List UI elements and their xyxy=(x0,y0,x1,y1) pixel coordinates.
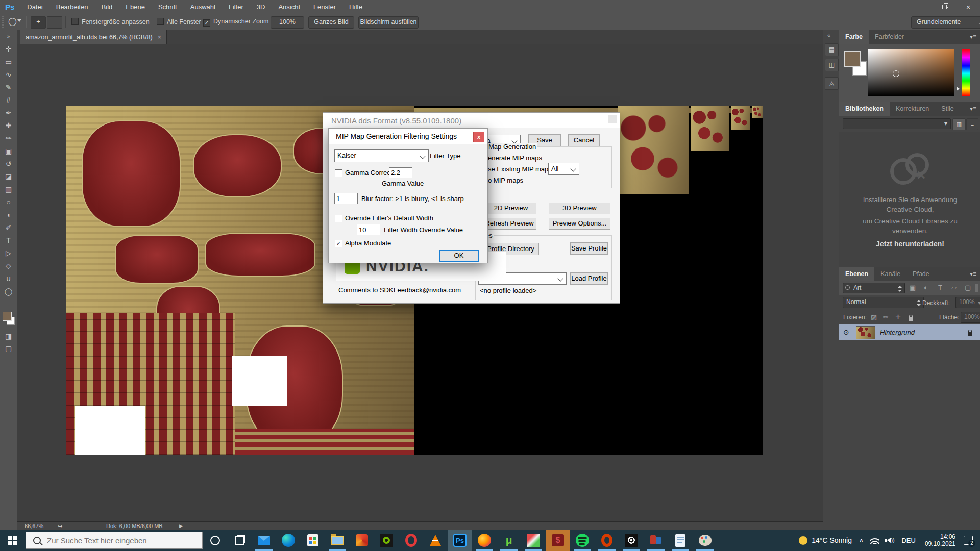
taskbar-icon-office[interactable] xyxy=(350,530,374,551)
filter-smart-objects-icon[interactable]: ▢ xyxy=(965,284,971,291)
tab-close-icon[interactable]: × xyxy=(158,34,161,41)
workspace-switcher[interactable]: Grundelemente xyxy=(911,16,980,29)
menu-filter[interactable]: Filter xyxy=(222,0,250,14)
2d-preview-button[interactable]: 2D Preview xyxy=(485,203,536,214)
taskbar-icon-winrar[interactable] xyxy=(644,530,668,551)
tool-dodge[interactable]: ◖ xyxy=(0,209,17,221)
opacity-combo[interactable]: 100%▾ xyxy=(955,297,980,308)
tool-zoom[interactable]: ◯ xyxy=(0,285,17,298)
use-existing-mip-maps-radio[interactable]: se Existing MIP maps xyxy=(488,165,552,173)
library-select-combo[interactable]: ▾ xyxy=(843,118,951,129)
taskbar-icon-photo-app[interactable] xyxy=(521,530,546,551)
taskbar-icon-opera[interactable] xyxy=(399,530,423,551)
taskbar-icon-explorer[interactable] xyxy=(325,530,350,551)
tab-kanaele[interactable]: Kanäle xyxy=(874,267,906,281)
filter-toggle[interactable] xyxy=(975,284,978,292)
notification-center-icon[interactable]: 2 xyxy=(964,536,973,545)
tab-korrekturen[interactable]: Korrekturen xyxy=(890,102,935,116)
fill-combo[interactable]: 100% xyxy=(961,312,980,323)
hue-slider[interactable] xyxy=(962,49,970,96)
taskbar-icon-store[interactable] xyxy=(301,530,325,551)
taskbar-icon-utorrent[interactable]: µ xyxy=(497,530,521,551)
menu-datei[interactable]: Datei xyxy=(20,0,49,14)
menu-schrift[interactable]: Schrift xyxy=(152,0,184,14)
tab-pfade[interactable]: Pfade xyxy=(906,267,936,281)
gamma-value-field[interactable] xyxy=(389,167,412,178)
tool-shape[interactable]: ◇ xyxy=(0,260,17,272)
menu-bearbeiten[interactable]: Bearbeiten xyxy=(50,0,95,14)
dynamic-zoom-checkbox[interactable]: ✓Dynamischer Zoom xyxy=(203,18,268,27)
layer-thumbnail[interactable] xyxy=(856,326,875,339)
cancel-button[interactable]: Cancel xyxy=(568,134,600,147)
grid-view-button[interactable]: ▥ xyxy=(952,118,966,130)
panel-menu-icon[interactable]: ▾≡ xyxy=(966,267,980,281)
color-picker-field[interactable] xyxy=(868,49,954,96)
tool-hand[interactable]: ∪ xyxy=(0,272,17,285)
search-input[interactable] xyxy=(46,536,191,545)
filter-kind-combo[interactable]: Art xyxy=(843,283,905,293)
zoom-100-button[interactable]: 100% xyxy=(271,16,304,29)
lock-pixels-icon[interactable]: ✏ xyxy=(883,313,889,321)
tool-quick-selection[interactable]: ✎ xyxy=(0,81,17,94)
refresh-preview-button[interactable]: Refresh Preview xyxy=(482,218,536,230)
list-view-button[interactable]: ≡ xyxy=(966,118,978,130)
menu-ebene[interactable]: Ebene xyxy=(119,0,152,14)
menu-bild[interactable]: Bild xyxy=(95,0,119,14)
zoom-out-button[interactable]: – xyxy=(47,16,62,29)
zoom-level[interactable]: 66,67% xyxy=(24,523,43,529)
filter-shape-layers-icon[interactable]: ▱ xyxy=(951,284,957,291)
tool-marquee[interactable]: ▭ xyxy=(0,56,17,68)
taskbar-icon-vlc[interactable] xyxy=(423,530,448,551)
tool-path-selection[interactable]: ▷ xyxy=(0,247,17,260)
fit-on-screen-button[interactable]: Ganzes Bild xyxy=(308,16,354,29)
lock-position-icon[interactable]: ✛ xyxy=(895,313,901,321)
language-indicator[interactable]: DEU xyxy=(901,537,915,544)
tab-farbe[interactable]: Farbe xyxy=(839,30,869,44)
tool-type[interactable]: T xyxy=(0,234,17,247)
wifi-icon[interactable] xyxy=(870,537,879,544)
tool-move[interactable]: ✛ xyxy=(0,43,17,56)
weather-text[interactable]: 14°C Sonnig xyxy=(812,536,852,544)
rail-panel-icon-2[interactable]: ◫ xyxy=(825,59,839,71)
nvidia-close-icon[interactable] xyxy=(608,115,617,123)
taskbar-icon-paint[interactable] xyxy=(693,530,717,551)
taskbar-icon-spotify[interactable] xyxy=(570,530,595,551)
panel-menu-icon[interactable]: ▾≡ xyxy=(966,102,980,116)
nvidia-dialog-titlebar[interactable]: NVIDIA dds Format (v8.55.0109.1800) xyxy=(323,113,620,128)
override-width-checkbox[interactable] xyxy=(335,215,342,224)
tool-clone-stamp[interactable]: ▣ xyxy=(0,145,17,158)
export-icon[interactable]: ↪ xyxy=(58,523,62,530)
layer-row-hintergrund[interactable]: ⊙ Hintergrund xyxy=(839,324,980,340)
filter-type-combo[interactable]: Kaiser xyxy=(334,149,429,162)
cortana-button[interactable] xyxy=(203,530,227,551)
menu-fenster[interactable]: Fenster xyxy=(307,0,342,14)
tool-history-brush[interactable]: ↺ xyxy=(0,158,17,170)
tool-eyedropper[interactable]: ✒ xyxy=(0,107,17,119)
rail-panel-icon-3[interactable]: ◬ xyxy=(825,77,839,90)
3d-preview-button[interactable]: 3D Preview xyxy=(549,203,610,214)
taskbar-icon-notepad[interactable] xyxy=(668,530,693,551)
task-view-button[interactable] xyxy=(227,530,252,551)
document-tab[interactable]: amazon_armorlit_alb.dds bei 66,7% (RGB/8… xyxy=(20,30,167,44)
layer-name[interactable]: Hintergrund xyxy=(880,329,915,336)
filter-type-layers-icon[interactable]: T xyxy=(938,284,942,291)
menu-auswahl[interactable]: Auswahl xyxy=(184,0,222,14)
download-now-link[interactable]: Jetzt herunterladen! xyxy=(851,240,969,248)
clock[interactable]: 14:0609.10.2021 xyxy=(925,533,955,547)
color-cursor-icon[interactable] xyxy=(893,70,899,77)
tab-bibliotheken[interactable]: Bibliotheken xyxy=(839,102,890,116)
tray-expand-chevron-icon[interactable]: ∧ xyxy=(859,537,864,544)
mip-all-combo[interactable]: All xyxy=(548,163,579,175)
mip-dialog-titlebar[interactable]: MIP Map Generation Filtering Settings x xyxy=(329,129,487,144)
zoom-in-button[interactable]: + xyxy=(31,16,46,29)
document-size[interactable]: Dok: 6,00 MB/6,00 MB xyxy=(106,523,163,529)
tab-farbfelder[interactable]: Farbfelder xyxy=(869,30,910,44)
load-profile-button[interactable]: Load Profile xyxy=(570,272,608,285)
lock-transparency-icon[interactable]: ▨ xyxy=(871,313,877,321)
foreground-color-swatch[interactable] xyxy=(3,312,12,321)
blur-factor-field[interactable] xyxy=(334,193,358,204)
taskbar-icon-finance-app[interactable]: $ xyxy=(546,530,570,551)
status-arrow-icon[interactable]: ▶ xyxy=(179,523,183,529)
volume-icon[interactable]: )) xyxy=(885,538,895,543)
restore-button[interactable] xyxy=(933,0,957,14)
